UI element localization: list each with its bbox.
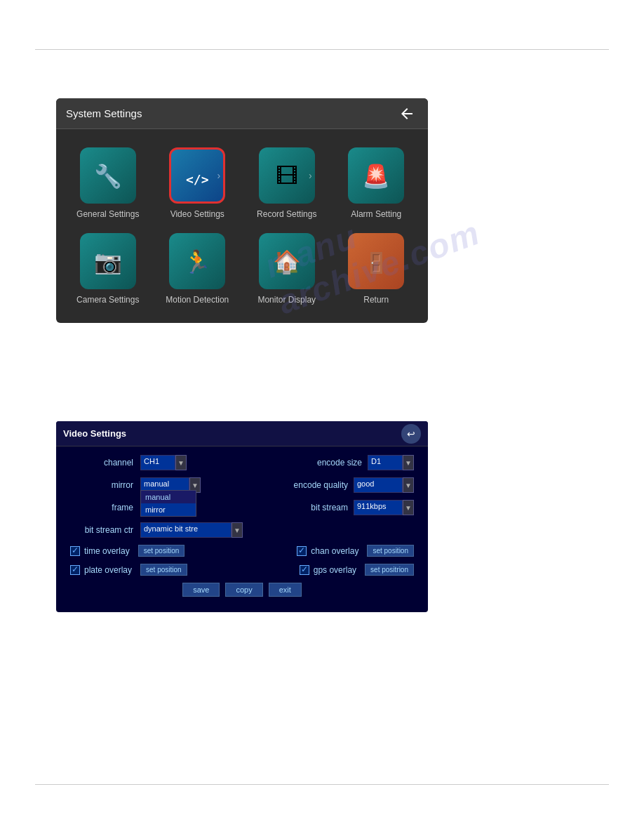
- arrow-indicator: ›: [217, 170, 221, 181]
- channel-dropdown-arrow[interactable]: ▼: [175, 455, 187, 470]
- general-settings-icon-wrap: [80, 147, 136, 204]
- plate-overlay-label: plate overlay: [84, 565, 132, 575]
- encode-size-dropdown-arrow[interactable]: ▼: [403, 455, 414, 470]
- encode-size-control: D1 ▼: [368, 455, 414, 470]
- bottom-divider: [35, 784, 609, 785]
- video-settings-panel: Video Settings ↩ channel CH1 ▼ encode si…: [56, 421, 428, 612]
- channel-label: channel: [70, 458, 140, 468]
- top-divider: [35, 49, 609, 50]
- frame-row: frame 30 ▼ bit stream 911kbps ▼: [70, 500, 414, 515]
- video-settings-label: Video Settings: [170, 209, 224, 219]
- system-settings-back-button[interactable]: [396, 102, 418, 125]
- monitor-display-icon-wrap: [259, 233, 315, 289]
- channel-control: CH1 ▼: [140, 455, 187, 470]
- sidebar-item-record[interactable]: › Record Settings: [242, 140, 332, 226]
- record-settings-icon-wrap: ›: [259, 147, 315, 204]
- motion-detection-label: Motion Detection: [166, 295, 229, 305]
- time-overlay-row: time overlay set position chan overlay s…: [70, 545, 414, 557]
- gps-overlay-checkbox[interactable]: [300, 565, 309, 575]
- arrow-indicator2: ›: [309, 170, 312, 181]
- encode-quality-select[interactable]: good: [354, 477, 403, 493]
- plate-overlay-checkbox[interactable]: [70, 565, 80, 575]
- video-settings-icon-wrap: ›: [169, 147, 225, 204]
- bit-stream-label: bit stream: [311, 503, 348, 512]
- frame-label: frame: [70, 503, 140, 512]
- bit-stream-dropdown-arrow[interactable]: ▼: [403, 500, 414, 515]
- house-icon: [273, 246, 301, 276]
- code-icon: [186, 161, 209, 190]
- video-settings-title: Video Settings: [63, 428, 126, 439]
- sidebar-item-camera[interactable]: Camera Settings: [63, 226, 153, 312]
- monitor-display-label: Monitor Display: [257, 295, 316, 305]
- camera-settings-label: Camera Settings: [76, 295, 139, 305]
- exit-button[interactable]: exit: [269, 583, 302, 597]
- run-icon: [183, 246, 211, 276]
- chan-overlay-label: chan overlay: [311, 546, 358, 556]
- bit-stream-ctr-control: dynamic bit stre ▼: [140, 522, 243, 538]
- film-icon: [276, 161, 298, 190]
- chan-overlay-checkbox[interactable]: [297, 546, 307, 556]
- sidebar-item-return[interactable]: Return: [332, 226, 422, 312]
- system-settings-title: System Settings: [66, 107, 142, 119]
- siren-icon: [362, 161, 390, 190]
- return-icon-wrap: [348, 233, 404, 289]
- sidebar-item-motion[interactable]: Motion Detection: [153, 226, 243, 312]
- plate-overlay-set-position-button[interactable]: set position: [140, 564, 187, 576]
- motion-detection-icon-wrap: [169, 233, 225, 289]
- dropdown-item-mirror[interactable]: mirror: [141, 503, 196, 516]
- record-settings-label: Record Settings: [257, 209, 316, 219]
- sidebar-item-video[interactable]: › Video Settings: [153, 140, 243, 226]
- system-settings-header: System Settings: [56, 98, 428, 129]
- encode-size-select[interactable]: D1: [368, 455, 403, 470]
- wrench-icon: [94, 161, 122, 190]
- save-button[interactable]: save: [182, 583, 220, 597]
- encode-quality-dropdown-arrow[interactable]: ▼: [403, 477, 414, 493]
- gps-overlay-set-position-button[interactable]: set positrion: [365, 564, 414, 576]
- camera-settings-icon-wrap: [80, 233, 136, 289]
- bit-stream-select[interactable]: 911kbps: [354, 500, 403, 515]
- sidebar-item-general[interactable]: General Settings: [63, 140, 153, 226]
- sidebar-item-alarm[interactable]: Alarm Setting: [332, 140, 422, 226]
- back-icon: [398, 105, 415, 122]
- video-settings-body: channel CH1 ▼ encode size D1 ▼ mirror ma…: [56, 446, 428, 612]
- return-label: Return: [363, 295, 389, 305]
- channel-row: channel CH1 ▼ encode size D1 ▼: [70, 455, 414, 470]
- bit-stream-ctr-dropdown-arrow[interactable]: ▼: [232, 522, 243, 538]
- channel-select[interactable]: CH1: [140, 455, 175, 470]
- camera-icon: [94, 246, 122, 276]
- copy-button[interactable]: copy: [225, 583, 262, 597]
- dropdown-item-manual[interactable]: manual: [141, 491, 196, 503]
- alarm-setting-label: Alarm Setting: [351, 209, 401, 219]
- bit-stream-ctr-row: bit stream ctr dynamic bit stre ▼: [70, 522, 414, 538]
- mirror-row: mirror manual ▼ manual mirror encode qua…: [70, 477, 414, 493]
- system-settings-grid: General Settings › Video Settings › Reco…: [56, 129, 428, 323]
- door-icon: [364, 246, 389, 276]
- alarm-setting-icon-wrap: [348, 147, 404, 204]
- time-overlay-set-position-button[interactable]: set position: [138, 545, 185, 557]
- chan-overlay-set-position-button[interactable]: set position: [367, 545, 414, 557]
- bit-stream-control: 911kbps ▼: [354, 500, 414, 515]
- mirror-label: mirror: [70, 480, 140, 490]
- bottom-buttons-row: save copy exit: [70, 583, 414, 604]
- encode-size-label: encode size: [317, 458, 362, 468]
- bit-stream-ctr-select[interactable]: dynamic bit stre: [140, 522, 232, 538]
- mirror-dropdown-popup: manual mirror: [140, 490, 196, 517]
- time-overlay-label: time overlay: [84, 546, 130, 556]
- system-settings-panel: System Settings General Settings › Video…: [56, 98, 428, 323]
- video-settings-header: Video Settings ↩: [56, 421, 428, 446]
- plate-overlay-row: plate overlay set position gps overlay s…: [70, 564, 414, 576]
- general-settings-label: General Settings: [76, 209, 139, 219]
- sidebar-item-monitor[interactable]: Monitor Display: [242, 226, 332, 312]
- encode-quality-label: encode quality: [294, 480, 348, 490]
- time-overlay-checkbox[interactable]: [70, 546, 80, 556]
- video-settings-back-button[interactable]: ↩: [401, 424, 421, 444]
- gps-overlay-label: gps overlay: [314, 565, 356, 575]
- encode-quality-control: good ▼: [354, 477, 414, 493]
- bit-stream-ctr-label: bit stream ctr: [70, 525, 140, 535]
